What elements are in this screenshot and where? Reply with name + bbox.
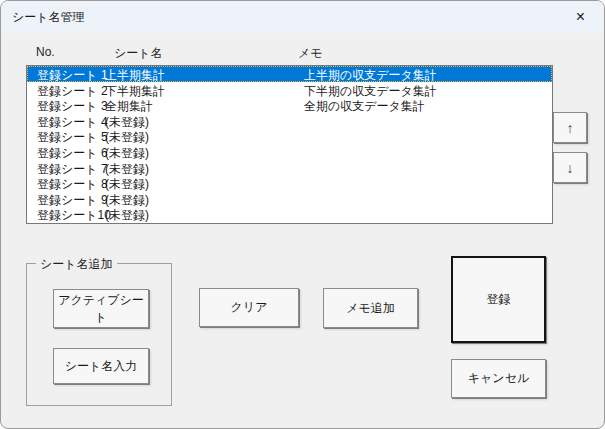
list-item[interactable]: 登録シート 4 (未登録): [27, 113, 552, 129]
sheet-listbox[interactable]: 登録シート 1 上半期集計 上半期の収支データ集計 登録シート 2 下半期集計 …: [26, 65, 553, 224]
list-item[interactable]: 登録シート10 (未登録): [27, 206, 552, 222]
list-item-no: 登録シート10: [37, 207, 111, 224]
group-title: シート名追加: [36, 256, 117, 273]
add-memo-button[interactable]: メモ追加: [323, 288, 418, 328]
list-item[interactable]: 登録シート 6 (未登録): [27, 144, 552, 160]
register-button[interactable]: 登録: [451, 256, 546, 343]
close-icon[interactable]: ×: [558, 2, 603, 32]
sheet-name-input-button[interactable]: シート名入力: [53, 348, 149, 384]
list-item[interactable]: 登録シート 1 上半期集計 上半期の収支データ集計: [27, 66, 552, 82]
list-item[interactable]: 登録シート 5 (未登録): [27, 128, 552, 144]
list-item[interactable]: 登録シート 7 (未登録): [27, 160, 552, 176]
cancel-button[interactable]: キャンセル: [451, 359, 546, 398]
column-header-sheetname: シート名: [114, 45, 163, 62]
sheet-name-manager-dialog: シート名管理 × No. シート名 メモ 登録シート 1 上半期集計 上半期の収…: [0, 0, 605, 429]
titlebar: シート名管理 ×: [1, 1, 604, 33]
column-header-no: No.: [36, 45, 55, 59]
active-sheet-button[interactable]: アクティブシート: [53, 289, 149, 328]
move-down-button[interactable]: ↓: [553, 152, 587, 183]
list-item-name: (未登録): [105, 207, 149, 224]
list-item[interactable]: 登録シート 9 (未登録): [27, 191, 552, 207]
move-up-button[interactable]: ↑: [553, 112, 587, 143]
dialog-title: シート名管理: [1, 9, 85, 26]
sheet-name-add-group: シート名追加: [26, 263, 172, 406]
list-item[interactable]: 登録シート 2 下半期集計 下半期の収支データ集計: [27, 82, 552, 98]
clear-button[interactable]: クリア: [199, 288, 299, 327]
list-item[interactable]: 登録シート 3 全期集計 全期の収支データ集計: [27, 97, 552, 113]
list-item[interactable]: 登録シート 8 (未登録): [27, 175, 552, 191]
column-header-memo: メモ: [298, 45, 323, 62]
